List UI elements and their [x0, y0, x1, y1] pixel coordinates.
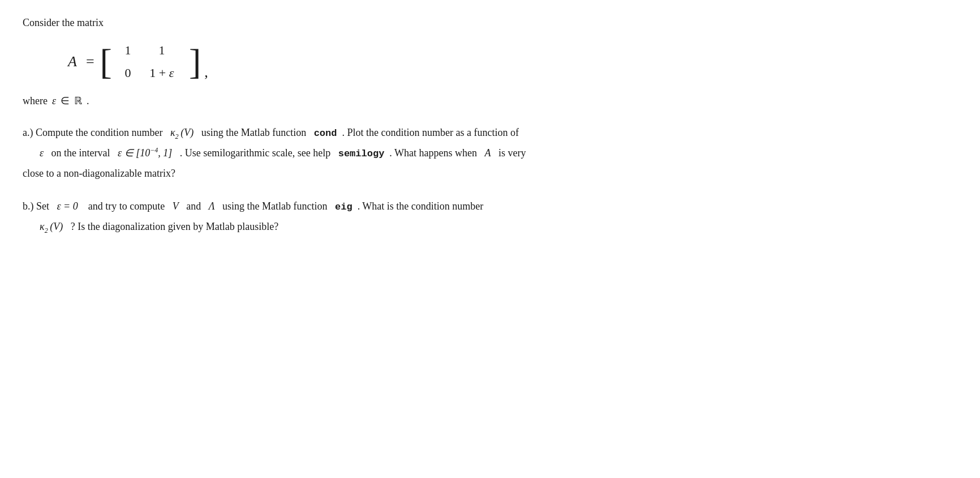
part-b-line1: b.) Set ε = 0 and try to compute V and Λ…	[23, 198, 956, 216]
part-a-block: a.) Compute the condition number κ2 (V) …	[23, 124, 956, 182]
part-b-block: b.) Set ε = 0 and try to compute V and Λ…	[23, 198, 956, 236]
matrix-variable-A: A	[68, 53, 77, 70]
part-a-text5: . Use semilogarithmic scale, see help	[175, 147, 336, 159]
part-a-line2: ε on the interval ε ∈ [10−4, 1] . Use se…	[40, 144, 956, 163]
kappa2-V-b: κ2 (V)	[40, 221, 63, 232]
intro-text: Consider the matrix	[23, 17, 956, 29]
where-period: .	[87, 95, 89, 107]
part-b-and: and	[181, 200, 209, 212]
part-b-line2: κ2 (V) ? Is the diagonalization given by…	[40, 218, 956, 236]
part-b-text1: Set	[36, 200, 54, 212]
part-a-text3: . Plot the condition number as a functio…	[339, 127, 519, 138]
where-line: where ε ∈ ℝ .	[23, 95, 956, 107]
matrix-block: A = [ 1 1 0 1 + ε ] ,	[68, 40, 956, 83]
part-a-label: a.)	[23, 127, 36, 138]
part-b-text4: using the Matlab function	[217, 200, 332, 212]
intro-label: Consider the matrix	[23, 17, 104, 28]
epsilon-zero: ε = 0	[57, 200, 78, 212]
right-bracket: ]	[189, 44, 201, 80]
part-a-line1: a.) Compute the condition number κ2 (V) …	[23, 124, 956, 142]
epsilon-symbol: ε	[52, 95, 56, 107]
part-a-text7: is very	[493, 147, 526, 159]
part-a-text6: . What happens when	[387, 147, 482, 159]
where-word: where	[23, 95, 48, 107]
matrix-A-inline: A	[484, 147, 491, 159]
matrix-comma: ,	[204, 64, 208, 81]
matrix-cell-r2c2: 1 + ε	[139, 66, 184, 80]
func-semilogy: semilogy	[338, 148, 385, 159]
left-bracket: [	[100, 44, 112, 80]
matrix-cell-r1c2: 1	[139, 43, 184, 58]
part-a-text1: Compute the condition number	[36, 127, 167, 138]
matrix-bracket-container: [ 1 1 0 1 + ε ]	[100, 40, 201, 83]
var-V: V	[173, 200, 179, 212]
part-b-text5: . What is the condition number	[355, 200, 483, 212]
matrix-cell-r2c1: 0	[117, 66, 139, 80]
part-b-text6: ? Is the diagonalization given by Matlab…	[66, 221, 278, 232]
part-a-text2: using the Matlab function	[196, 127, 311, 138]
part-b-label: b.)	[23, 200, 36, 212]
part-a-on-interval: on the interval	[46, 147, 115, 159]
var-lambda: Λ	[209, 200, 215, 212]
matrix-cell-r1c1: 1	[117, 43, 139, 58]
kappa2-V: κ2 (V)	[170, 127, 194, 138]
part-b-text2: and try to compute	[80, 200, 170, 212]
element-of-symbol: ∈	[61, 95, 70, 107]
interval-expr: ε ∈ [10−4, 1]	[118, 147, 172, 159]
page-content: Consider the matrix A = [ 1 1 0 1 + ε ] …	[23, 17, 956, 236]
real-numbers-symbol: ℝ	[74, 95, 82, 107]
matrix-grid: 1 1 0 1 + ε	[117, 40, 184, 83]
equals-sign: =	[86, 53, 94, 70]
func-cond: cond	[314, 128, 337, 139]
epsilon-var: ε	[40, 147, 44, 159]
part-a-text8: close to a non-diagonalizable matrix?	[23, 168, 175, 179]
part-a-line3: close to a non-diagonalizable matrix?	[23, 165, 956, 182]
func-eig: eig	[335, 202, 353, 212]
